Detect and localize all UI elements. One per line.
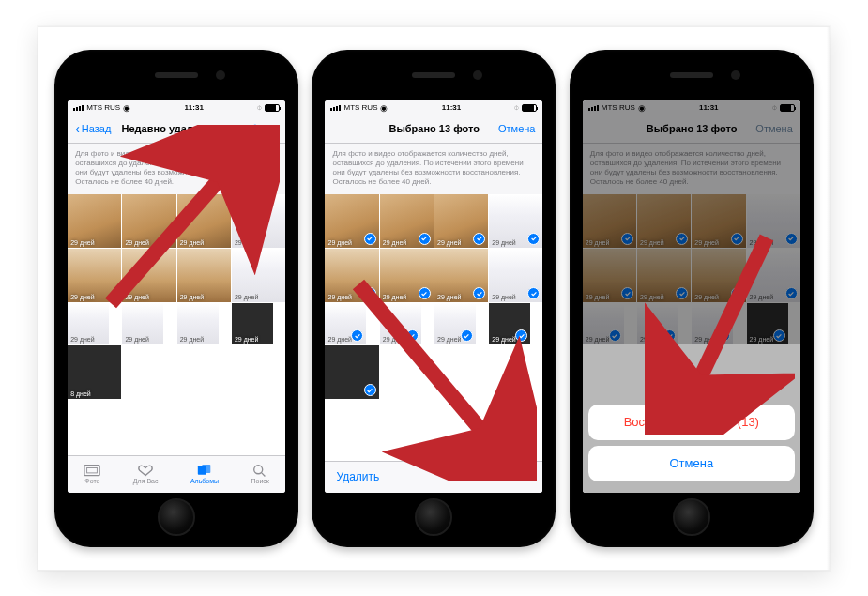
empty-space xyxy=(68,399,285,454)
chevron-left-icon: ‹ xyxy=(75,122,80,135)
page-title: Недавно удаленные xyxy=(122,123,226,134)
select-button[interactable]: Выбрать xyxy=(236,123,278,134)
status-bar: MTS RUS ◉ 11:31 ⌽ xyxy=(68,100,285,115)
svg-line-5 xyxy=(262,473,266,477)
photo-thumb[interactable]: 29 дней xyxy=(177,303,219,344)
photo-thumb-selected[interactable]: 29 дней xyxy=(489,303,530,344)
check-icon xyxy=(406,329,419,342)
svg-rect-1 xyxy=(87,467,98,472)
photo-thumb[interactable]: 29 дней xyxy=(68,194,121,248)
phone-frame-2: MTS RUS ◉ 11:31 ⌽ Выбрано 13 фото Отмена… xyxy=(312,50,556,547)
check-icon xyxy=(351,329,363,342)
photo-thumb[interactable]: 29 дней xyxy=(68,249,121,302)
action-sheet-backdrop[interactable]: Восстановить фото (13) Отмена xyxy=(583,100,800,493)
delete-button[interactable]: Удалить xyxy=(336,470,379,483)
check-icon xyxy=(364,384,376,396)
empty-space xyxy=(325,399,542,460)
photo-grid: 29 дней 29 дней 29 дней 29 дней 29 дней … xyxy=(325,194,542,400)
phone-speaker xyxy=(670,72,713,78)
signal-icon xyxy=(330,105,341,111)
photo-thumb[interactable]: 29 дней xyxy=(232,249,285,302)
bottom-toolbar: Удалить Восстановить xyxy=(325,461,542,493)
photos-icon xyxy=(84,464,100,477)
phone-camera xyxy=(731,70,740,80)
battery-icon xyxy=(265,104,280,112)
photo-thumb[interactable]: 29 дней xyxy=(232,303,273,344)
clock: 11:31 xyxy=(442,103,461,112)
home-button[interactable] xyxy=(673,498,710,536)
phone-camera xyxy=(216,70,225,80)
tutorial-board: MTS RUS ◉ 11:31 ⌽ ‹ Назад Недавно удален… xyxy=(38,26,830,571)
nav-bar: ‹ Назад Недавно удаленные Выбрать xyxy=(68,115,285,144)
photo-thumb-selected[interactable]: 29 дней xyxy=(489,194,542,248)
photo-thumb-selected[interactable]: 29 дней xyxy=(325,194,378,248)
cancel-button[interactable]: Отмена xyxy=(498,123,535,134)
empty-space xyxy=(380,345,543,399)
photo-thumb[interactable]: 29 дней xyxy=(177,249,231,302)
empty-space xyxy=(122,345,285,399)
phone-frame-3: MTS RUS ◉ 11:31 ⌽ Выбрано 13 фото Отмена… xyxy=(570,50,814,547)
description-text: Для фото и видео отображается количество… xyxy=(68,144,285,194)
screen-1: MTS RUS ◉ 11:31 ⌽ ‹ Назад Недавно удален… xyxy=(68,100,285,493)
page-title: Выбрано 13 фото xyxy=(388,123,480,134)
photo-thumb-selected[interactable]: 29 дней xyxy=(380,194,434,248)
tab-albums[interactable]: Альбомы xyxy=(190,464,219,484)
check-icon xyxy=(473,233,485,245)
photo-thumb-selected[interactable]: 29 дней xyxy=(434,249,488,302)
photo-thumb[interactable]: 29 дней xyxy=(68,303,109,344)
wifi-icon: ◉ xyxy=(123,103,130,113)
check-icon xyxy=(419,233,431,245)
tab-bar: Фото Для Вас Альбомы Поиск xyxy=(68,455,285,493)
photo-thumb[interactable]: 29 дней xyxy=(232,194,285,248)
svg-point-4 xyxy=(254,466,263,474)
photo-thumb-selected[interactable]: 29 дней xyxy=(434,194,488,248)
bluetooth-icon: ⌽ xyxy=(257,103,262,112)
bluetooth-icon: ⌽ xyxy=(514,103,519,112)
phone-speaker xyxy=(155,72,198,78)
nav-bar: Выбрано 13 фото Отмена xyxy=(325,115,542,144)
svg-rect-3 xyxy=(202,465,210,473)
photo-thumb-selected[interactable]: 29 дней xyxy=(434,303,476,344)
photo-thumb[interactable]: 8 дней xyxy=(68,345,121,399)
photo-thumb-selected[interactable]: 29 дней xyxy=(325,303,366,344)
battery-icon xyxy=(522,104,537,112)
photo-thumb-selected[interactable] xyxy=(325,345,378,399)
signal-icon xyxy=(73,105,84,111)
check-icon xyxy=(527,233,540,245)
photo-thumb[interactable]: 29 дней xyxy=(122,303,163,344)
tab-search[interactable]: Поиск xyxy=(251,464,269,484)
board-shadow xyxy=(827,27,830,570)
check-icon xyxy=(419,287,431,299)
recover-button[interactable]: Восстановить xyxy=(460,470,532,483)
back-label: Назад xyxy=(82,123,112,134)
photo-thumb[interactable]: 29 дней xyxy=(122,249,175,302)
tab-for-you[interactable]: Для Вас xyxy=(133,464,159,484)
screen-2: MTS RUS ◉ 11:31 ⌽ Выбрано 13 фото Отмена… xyxy=(325,100,542,493)
tab-photos[interactable]: Фото xyxy=(84,464,100,484)
wifi-icon: ◉ xyxy=(380,103,388,113)
status-bar: MTS RUS ◉ 11:31 ⌽ xyxy=(325,100,542,115)
check-icon xyxy=(527,287,540,299)
photo-thumb-selected[interactable]: 29 дней xyxy=(380,249,434,302)
photo-grid: 29 дней 29 дней 29 дней 29 дней 29 дней … xyxy=(68,194,285,400)
photo-thumb-selected[interactable]: 29 дней xyxy=(380,303,421,344)
phone-frame-1: MTS RUS ◉ 11:31 ⌽ ‹ Назад Недавно удален… xyxy=(54,50,298,547)
photo-thumb-selected[interactable]: 29 дней xyxy=(325,249,378,302)
phone-camera xyxy=(473,70,482,80)
albums-icon xyxy=(196,464,213,477)
check-icon xyxy=(473,287,485,299)
description-text: Для фото и видео отображается количество… xyxy=(325,144,542,194)
home-button[interactable] xyxy=(415,498,452,536)
sheet-cancel-button[interactable]: Отмена xyxy=(588,446,795,481)
home-button[interactable] xyxy=(158,498,195,536)
search-icon xyxy=(251,464,268,477)
check-icon xyxy=(364,233,376,245)
clock: 11:31 xyxy=(184,103,203,112)
photo-thumb[interactable]: 29 дней xyxy=(122,194,175,248)
check-icon xyxy=(461,329,473,342)
recover-photos-button[interactable]: Восстановить фото (13) xyxy=(588,405,795,440)
photo-thumb-selected[interactable]: 29 дней xyxy=(489,249,542,302)
phone-speaker xyxy=(412,72,455,78)
photo-thumb[interactable]: 29 дней xyxy=(177,194,231,248)
back-button[interactable]: ‹ Назад xyxy=(75,122,111,135)
